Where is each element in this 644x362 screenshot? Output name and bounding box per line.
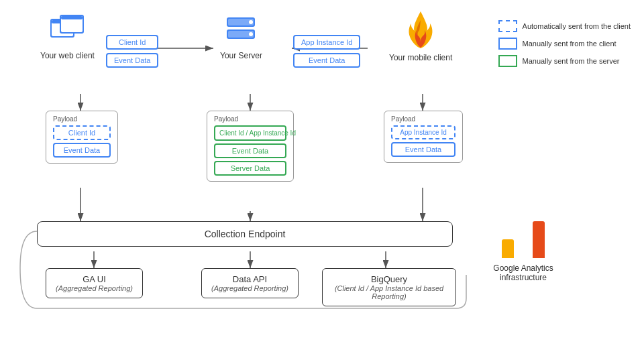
web-client-icon xyxy=(48,13,87,48)
server-label: Your Server xyxy=(220,51,262,60)
collection-endpoint-label: Collection Endpoint xyxy=(205,229,286,239)
server-icon xyxy=(221,13,260,48)
mobile-client-icon xyxy=(404,10,437,50)
data-api-subtitle: (Aggregated Reporting) xyxy=(209,284,291,292)
collection-endpoint: Collection Endpoint xyxy=(37,221,453,247)
output-ga-ui: GA UI (Aggregated Reporting) xyxy=(46,268,143,298)
legend-item-manual-server: Manually sent from the server xyxy=(498,55,631,67)
legend-box-dashed xyxy=(498,20,517,32)
legend: Automatically sent from the client Manua… xyxy=(498,20,631,67)
ga-ui-title: GA UI xyxy=(53,274,136,284)
web-payload-label: Payload xyxy=(53,115,111,123)
server-payload: Payload Client Id / App Instance Id Even… xyxy=(207,111,294,182)
mobile-client-label: Your mobile client xyxy=(389,53,452,62)
mobile-payload-items: App Instance Id Event Data xyxy=(391,125,455,157)
bigquery-title: BigQuery xyxy=(329,274,449,284)
server-payload-id: Client Id / App Instance Id xyxy=(214,125,286,141)
app-instance-id-box: App Instance Id xyxy=(293,35,360,50)
mobile-client-section: Your mobile client xyxy=(389,10,452,62)
web-payload-clientid: Client Id xyxy=(53,125,111,140)
data-api-title: Data API xyxy=(209,274,291,284)
web-payload-eventdata: Event Data xyxy=(53,143,111,158)
web-data-boxes: Client Id Event Data xyxy=(106,35,158,68)
output-data-api: Data API (Aggregated Reporting) xyxy=(201,268,299,298)
server-data-boxes: App Instance Id Event Data xyxy=(293,35,360,68)
legend-box-solid-green xyxy=(498,55,517,67)
ga-bar-1 xyxy=(502,239,514,258)
server-payload-eventdata: Event Data xyxy=(214,143,286,158)
server-payload-items: Client Id / App Instance Id Event Data S… xyxy=(214,125,286,176)
server-payload-serverdata: Server Data xyxy=(214,161,286,176)
web-payload-items: Client Id Event Data xyxy=(53,125,111,158)
ga-infrastructure: Google Analytics infrastructure xyxy=(476,221,570,282)
mobile-payload-label: Payload xyxy=(391,115,455,123)
web-client-section: Your web client xyxy=(40,13,95,60)
legend-label-auto: Automatically sent from the client xyxy=(523,22,631,30)
ga-ui-subtitle: (Aggregated Reporting) xyxy=(53,284,136,292)
svg-point-24 xyxy=(249,32,253,36)
bigquery-subtitle: (Client Id / App Instance Id based Repor… xyxy=(329,284,449,300)
web-client-label: Your web client xyxy=(40,51,95,60)
server-payload-label: Payload xyxy=(214,115,286,123)
mobile-payload-eventdata: Event Data xyxy=(391,142,455,157)
ga-bar-2 xyxy=(517,230,529,258)
svg-point-21 xyxy=(249,20,253,24)
output-bigquery: BigQuery (Client Id / App Instance Id ba… xyxy=(322,268,456,306)
legend-item-auto: Automatically sent from the client xyxy=(498,20,631,32)
svg-rect-18 xyxy=(61,16,83,19)
server-event-data-box: Event Data xyxy=(293,53,360,68)
web-client-id-box: Client Id xyxy=(106,35,158,50)
legend-item-manual-client: Manually sent from the client xyxy=(498,38,631,50)
ga-bar-3 xyxy=(533,221,545,258)
mobile-payload-appid: App Instance Id xyxy=(391,125,455,139)
ga-infrastructure-label: Google Analytics infrastructure xyxy=(476,263,570,282)
server-section: Your Server xyxy=(220,13,262,60)
ga-icon xyxy=(476,221,570,258)
legend-label-manual-client: Manually sent from the client xyxy=(523,40,616,48)
legend-label-manual-server: Manually sent from the server xyxy=(523,57,620,65)
legend-box-solid-blue xyxy=(498,38,517,50)
mobile-payload: Payload App Instance Id Event Data xyxy=(384,111,463,163)
web-event-data-box: Event Data xyxy=(106,53,158,68)
web-payload: Payload Client Id Event Data xyxy=(46,111,118,164)
diagram-container: Automatically sent from the client Manua… xyxy=(0,0,644,362)
